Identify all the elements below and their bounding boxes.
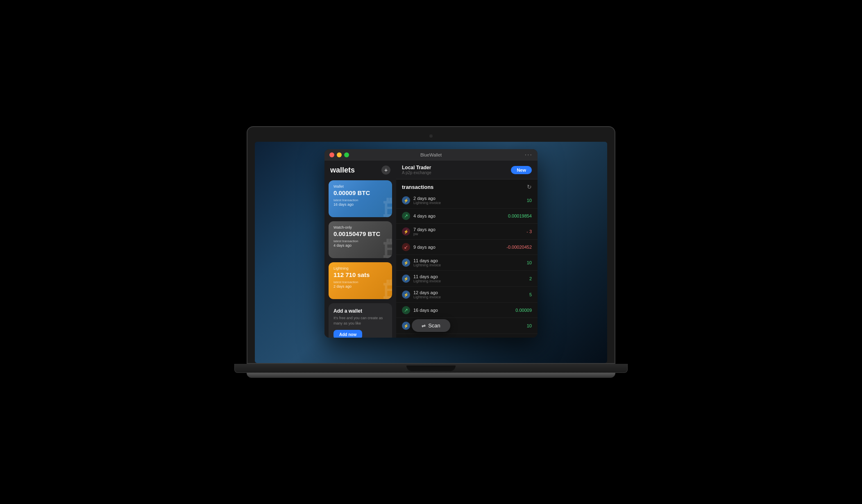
title-bar: BlueWallet ··· [324, 149, 538, 161]
laptop-screen: BlueWallet ··· wallets + [255, 142, 607, 363]
table-row[interactable]: ⏱ 16 days ago Lightning invoice Expired [396, 334, 538, 338]
tx-date-3: 9 days ago [413, 245, 503, 250]
tx-icon-4: ⚡ [402, 259, 410, 267]
laptop-notch [406, 366, 456, 371]
tx-info-0: 2 days ago Lightning invoice [413, 196, 524, 205]
transaction-list: ⚡ 2 days ago Lightning invoice 10 [396, 193, 538, 338]
tx-icon-2: ⚡ [402, 227, 410, 236]
wallet-card-2[interactable]: Watch-only 0.00150479 BTC latest transac… [329, 221, 392, 258]
tx-date-2: 7 days ago [413, 227, 523, 232]
btc-watermark-3: ₿ [383, 279, 392, 299]
table-row[interactable]: ↙ 9 days ago -0.00020452 [396, 240, 538, 255]
table-row[interactable]: ⚡ 11 days ago Lightning invoice 2 [396, 271, 538, 287]
tx-info-3: 9 days ago [413, 245, 503, 250]
tx-amount-8: 10 [527, 323, 532, 328]
wallet-amount-2: 0.00150479 BTC [333, 230, 387, 238]
table-row[interactable]: ⚡ 11 days ago Lightning invoice 10 [396, 255, 538, 271]
window-menu-button[interactable]: ··· [525, 151, 533, 159]
wallet-type-2: Watch-only [333, 225, 387, 229]
refresh-icon[interactable]: ↻ [527, 184, 532, 190]
tx-info-9: 16 days ago Lightning invoice [413, 337, 513, 338]
minimize-button[interactable] [337, 152, 342, 157]
tx-amount-7: 0.00009 [515, 308, 532, 313]
desktop-background: BlueWallet ··· wallets + [255, 142, 607, 363]
app-body: wallets + Wallet 0.00009 BTC latest tran… [324, 161, 538, 338]
wallet-label-3: latest transaction [333, 280, 387, 284]
tx-date-6: 12 days ago [413, 290, 526, 295]
table-row[interactable]: ↗ 4 days ago 0.00019854 [396, 209, 538, 224]
btc-watermark-1: ₿ [383, 197, 392, 217]
new-badge-button[interactable]: New [511, 166, 532, 174]
wallet-label-2: latest transaction [333, 239, 387, 243]
tx-date-4: 11 days ago [413, 258, 524, 263]
scan-button[interactable]: ⇌ Scan [412, 319, 450, 332]
camera [429, 134, 433, 138]
tx-amount-6: 5 [529, 292, 532, 297]
traffic-lights [329, 152, 349, 157]
add-wallet-card: Add a wallet It's free and you can creat… [329, 303, 392, 338]
wallet-type-3: Lightning [333, 266, 387, 270]
tx-info-6: 12 days ago Lightning invoice [413, 290, 526, 299]
tx-desc-0: Lightning invoice [413, 201, 524, 205]
maximize-button[interactable] [344, 152, 349, 157]
tx-icon-7: ↗ [402, 306, 410, 314]
table-row[interactable]: ⚡ 12 days ago Lightning invoice 5 [396, 287, 538, 303]
local-trader-title: Local Trader [402, 165, 431, 170]
add-wallet-button[interactable]: + [381, 166, 390, 175]
wallet-card-3[interactable]: Lightning 112 710 sats latest transactio… [329, 262, 392, 299]
transactions-header: transactions ↻ [396, 179, 538, 193]
transactions-title: transactions [402, 184, 433, 190]
tx-date-0: 2 days ago [413, 196, 524, 201]
wallet-date-1: 16 days ago [333, 202, 387, 207]
btc-watermark-2: ₿ [383, 238, 392, 258]
tx-date-7: 16 days ago [413, 308, 512, 313]
wallet-date-2: 4 days ago [333, 243, 387, 247]
local-trader-info: Local Trader A p2p exchange [402, 165, 431, 175]
scan-button-label: Scan [428, 322, 440, 329]
tx-icon-6: ⚡ [402, 291, 410, 299]
add-wallet-title: Add a wallet [333, 308, 387, 314]
tx-info-5: 11 days ago Lightning invoice [413, 274, 526, 283]
wallet-amount-3: 112 710 sats [333, 271, 387, 279]
table-row[interactable]: ↗ 16 days ago 0.00009 [396, 303, 538, 318]
tx-amount-3: -0.00020452 [506, 245, 532, 250]
tx-amount-0: 10 [527, 198, 532, 203]
wallet-card-1[interactable]: Wallet 0.00009 BTC latest transaction 16… [329, 180, 392, 217]
tx-icon-8: ⚡ [402, 322, 410, 330]
scan-bar: ⇌ Scan [412, 319, 450, 332]
tx-date-5: 11 days ago [413, 274, 526, 279]
sidebar-header: wallets + [329, 166, 392, 175]
tx-info-7: 16 days ago [413, 308, 512, 313]
tx-date-1: 4 days ago [413, 213, 505, 218]
close-button[interactable] [329, 152, 334, 157]
tx-icon-5: ⚡ [402, 275, 410, 283]
laptop-container: BlueWallet ··· wallets + [247, 126, 615, 378]
window-title: BlueWallet [420, 152, 442, 157]
tx-icon-3: ↙ [402, 243, 410, 251]
wallet-type-1: Wallet [333, 184, 387, 188]
sidebar: wallets + Wallet 0.00009 BTC latest tran… [324, 161, 396, 338]
laptop-base [247, 373, 615, 378]
local-trader-subtitle: A p2p exchange [402, 170, 431, 175]
scan-icon: ⇌ [422, 323, 426, 329]
tx-icon-0: ⚡ [402, 196, 410, 204]
tx-info-4: 11 days ago Lightning invoice [413, 258, 524, 267]
add-wallet-desc: It's free and you can create as many as … [333, 316, 387, 326]
tx-desc-2: pw [413, 232, 523, 236]
local-trader-banner: Local Trader A p2p exchange New [396, 161, 538, 179]
add-now-button[interactable]: Add now [333, 330, 362, 338]
tx-icon-1: ↗ [402, 212, 410, 220]
tx-desc-4: Lightning invoice [413, 263, 524, 267]
tx-info-2: 7 days ago pw [413, 227, 523, 236]
wallet-amount-1: 0.00009 BTC [333, 189, 387, 197]
tx-desc-6: Lightning invoice [413, 295, 526, 299]
wallet-date-3: 2 days ago [333, 284, 387, 288]
tx-date-9: 16 days ago [413, 337, 513, 338]
table-row[interactable]: ⚡ 2 days ago Lightning invoice 10 [396, 193, 538, 209]
table-row[interactable]: ⚡ 7 days ago pw - 3 [396, 224, 538, 240]
tx-desc-5: Lightning invoice [413, 279, 526, 283]
tx-amount-5: 2 [529, 276, 532, 281]
tx-amount-1: 0.00019854 [508, 213, 532, 218]
tx-amount-4: 10 [527, 260, 532, 265]
tx-info-1: 4 days ago [413, 213, 505, 218]
